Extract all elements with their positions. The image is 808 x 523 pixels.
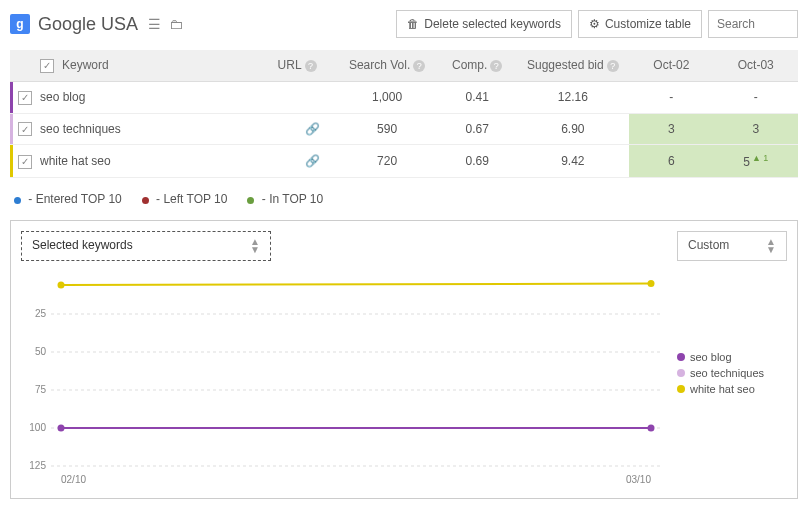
link-icon[interactable]: 🔗	[305, 154, 320, 168]
in-top10-dot	[247, 197, 254, 204]
rank-d1-cell: 6	[629, 145, 713, 178]
legend-color-dot	[677, 385, 685, 393]
link-icon[interactable]: 🔗	[305, 122, 320, 136]
keyword-text: seo techniques	[40, 122, 121, 136]
comp-cell: 0.67	[438, 113, 517, 145]
col-keyword[interactable]: ✓Keyword	[10, 50, 258, 81]
rank-up-indicator: ▲ 1	[752, 153, 768, 163]
info-icon[interactable]: ?	[413, 60, 425, 72]
svg-text:100: 100	[29, 422, 46, 433]
comp-cell: 0.41	[438, 81, 517, 113]
col-date2[interactable]: Oct-03	[714, 50, 798, 81]
rank-d2-cell: -	[714, 81, 798, 113]
svg-text:03/10: 03/10	[626, 474, 651, 485]
col-comp[interactable]: Comp.?	[438, 50, 517, 81]
google-logo-icon: g	[10, 14, 30, 34]
rank-d2-cell: 5▲ 1	[714, 145, 798, 178]
search-vol-cell: 590	[336, 113, 437, 145]
chevron-updown-icon: ▲▼	[766, 238, 776, 254]
date-range-selector[interactable]: Custom▲▼	[677, 231, 787, 261]
svg-text:75: 75	[35, 384, 47, 395]
svg-text:50: 50	[35, 346, 47, 357]
row-color-mark	[10, 82, 13, 113]
svg-text:125: 125	[29, 460, 46, 471]
row-checkbox[interactable]: ✓	[18, 122, 32, 136]
keywords-selector[interactable]: Selected keywords▲▼	[21, 231, 271, 261]
col-date1[interactable]: Oct-02	[629, 50, 713, 81]
chart-legend-item[interactable]: seo techniques	[677, 367, 787, 379]
bid-cell: 6.90	[517, 113, 630, 145]
keywords-table: ✓Keyword URL? Search Vol.? Comp.? Sugges…	[10, 50, 798, 178]
comp-cell: 0.69	[438, 145, 517, 178]
row-checkbox[interactable]: ✓	[18, 91, 32, 105]
col-suggested-bid[interactable]: Suggested bid?	[517, 50, 630, 81]
search-vol-cell: 720	[336, 145, 437, 178]
table-row: ✓seo techniques 🔗 590 0.67 6.90 3 3	[10, 113, 798, 145]
select-all-checkbox[interactable]: ✓	[40, 59, 54, 73]
info-icon[interactable]: ?	[490, 60, 502, 72]
svg-point-14	[58, 282, 65, 289]
trash-icon: 🗑	[407, 17, 419, 31]
customize-table-button[interactable]: ⚙Customize table	[578, 10, 702, 38]
left-top10-dot	[142, 197, 149, 204]
rank-d1-cell: -	[629, 81, 713, 113]
gear-icon: ⚙	[589, 17, 600, 31]
chart-legend: seo blogseo techniqueswhite hat seo	[677, 271, 787, 494]
col-search-vol[interactable]: Search Vol.?	[336, 50, 437, 81]
search-vol-cell: 1,000	[336, 81, 437, 113]
table-row: ✓white hat seo 🔗 720 0.69 9.42 6 5▲ 1	[10, 145, 798, 178]
svg-point-15	[648, 281, 655, 288]
rank-d2-cell: 3	[714, 113, 798, 145]
svg-point-12	[58, 425, 65, 432]
status-legend: - Entered TOP 10 - Left TOP 10 - In TOP …	[10, 178, 798, 220]
legend-color-dot	[677, 369, 685, 377]
info-icon[interactable]: ?	[305, 60, 317, 72]
svg-point-13	[648, 425, 655, 432]
delete-keywords-button[interactable]: 🗑Delete selected keywords	[396, 10, 572, 38]
legend-color-dot	[677, 353, 685, 361]
keyword-text: white hat seo	[40, 154, 111, 168]
col-url[interactable]: URL?	[258, 50, 337, 81]
rank-d1-cell: 3	[629, 113, 713, 145]
info-icon[interactable]: ?	[607, 60, 619, 72]
row-checkbox[interactable]: ✓	[18, 155, 32, 169]
page-title: Google USA	[38, 14, 138, 35]
table-row: ✓seo blog 1,000 0.41 12.16 - -	[10, 81, 798, 113]
entered-top10-dot	[14, 197, 21, 204]
row-color-mark	[10, 114, 13, 145]
svg-text:25: 25	[35, 308, 47, 319]
folder-icon[interactable]: 🗀	[169, 16, 183, 32]
chart-legend-item[interactable]: seo blog	[677, 351, 787, 363]
search-input[interactable]	[708, 10, 798, 38]
chart-legend-item[interactable]: white hat seo	[677, 383, 787, 395]
chevron-updown-icon: ▲▼	[250, 238, 260, 254]
chart-container: Selected keywords▲▼ Custom▲▼ 25507510012…	[10, 220, 798, 499]
keyword-text: seo blog	[40, 90, 85, 104]
rank-chart: 25507510012502/1003/10	[21, 271, 671, 491]
svg-text:02/10: 02/10	[61, 474, 86, 485]
row-color-mark	[10, 145, 13, 177]
bid-cell: 9.42	[517, 145, 630, 178]
bid-cell: 12.16	[517, 81, 630, 113]
list-view-icon[interactable]: ☰	[148, 16, 161, 32]
